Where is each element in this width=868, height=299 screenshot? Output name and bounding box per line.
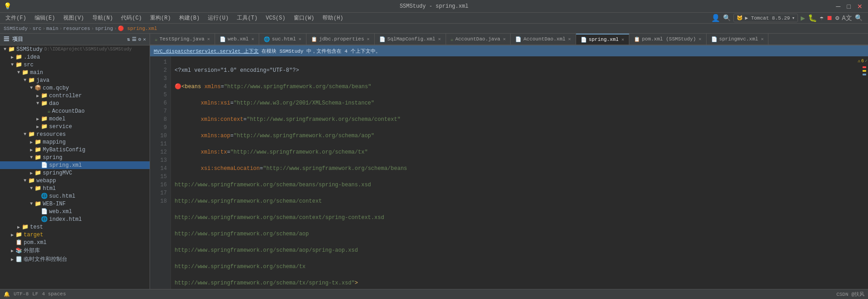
debug-button[interactable]: 🐛 [808, 14, 817, 23]
line-numbers: 12345 678910 1112131415 161718 [150, 56, 171, 289]
expand-arrow: ▶ [28, 140, 35, 145]
tab-close-accountdaoxml[interactable]: ✕ [568, 36, 571, 42]
sidebar-settings-icon[interactable]: ⚙ [138, 36, 141, 42]
sidebar-item-idea[interactable]: ▶ 📁 .idea [0, 53, 150, 61]
tab-label: SqlMapConfig.xml [387, 36, 436, 42]
tab-close-springxml[interactable]: ✕ [622, 37, 624, 42]
sidebar-options-icon[interactable]: ☰ [132, 36, 136, 42]
tab-webxml[interactable]: 📄 web.xml ✕ [215, 34, 259, 45]
tab-accountdaojava[interactable]: ☕ AccountDao.java ✕ [446, 34, 511, 45]
sidebar-item-webxml[interactable]: 📄 web.xml [0, 208, 150, 215]
breadcrumb-main[interactable]: main [46, 26, 58, 31]
menu-window[interactable]: 窗口(W) [290, 13, 318, 23]
sidebar-item-test[interactable]: ▶ 📁 test [0, 223, 150, 231]
sidebar-item-comqcby[interactable]: ▼ 📦 com.qcby [0, 84, 150, 92]
expand-arrow: ▶ [28, 170, 35, 176]
tab-close-webxml[interactable]: ✕ [251, 36, 254, 42]
folder-icon: 📁 [35, 200, 41, 207]
search-icon[interactable]: 🔍 [855, 14, 863, 22]
run-with-coverage-button[interactable]: ☂ [820, 14, 823, 22]
search-everywhere-icon[interactable]: 🔍 [723, 14, 731, 22]
tab-testspring[interactable]: ☕ TestSpring.java ✕ [150, 34, 215, 45]
settings-button[interactable]: ⚙ [835, 14, 839, 22]
tab-close-accountdaojava[interactable]: ✕ [503, 36, 506, 42]
tree-label: webapp [36, 178, 56, 184]
run-button[interactable]: ▶ [801, 14, 805, 23]
menu-refactor[interactable]: 重构(R) [146, 13, 175, 23]
code-content[interactable]: <?xml version="1.0" encoding="UTF-8"?> 🔴… [171, 56, 861, 289]
menu-run[interactable]: 运行(U) [204, 13, 232, 23]
minimize-button[interactable]: ─ [834, 3, 843, 10]
sidebar-item-webapp[interactable]: ▼ 📁 webapp [0, 177, 150, 184]
menu-tools[interactable]: 工具(T) [233, 13, 261, 23]
sidebar-item-java[interactable]: ▼ 📁 java [0, 76, 150, 84]
menu-navigate[interactable]: 导航(N) [89, 13, 117, 23]
tab-close-testspring[interactable]: ✕ [207, 36, 210, 42]
tab-suchtml[interactable]: 🌐 suc.html ✕ [259, 34, 306, 45]
tab-close-pomxml[interactable]: ✕ [699, 36, 702, 42]
close-button[interactable]: ✕ [855, 3, 864, 10]
tab-springmvcxml[interactable]: 📄 springmvc.xml ✕ [707, 34, 769, 45]
sidebar-item-mapping[interactable]: ▶ 📁 mapping [0, 138, 150, 146]
sidebar-item-spring-xml[interactable]: 📄 spring.xml [0, 161, 150, 169]
sidebar-item-scratches[interactable]: ▶ 🗒️ 临时文件和控制台 [0, 255, 150, 264]
expand-arrow: ▼ [9, 62, 15, 67]
sidebar-item-spring[interactable]: ▼ 📁 spring [0, 154, 150, 161]
sidebar: ☰ 项目 ⇅ ☰ ⚙ ✕ ▼ 📁 SSMStudy D:\IDEAproject… [0, 34, 150, 289]
sidebar-sort-icon[interactable]: ⇅ [127, 36, 130, 42]
sidebar-item-main[interactable]: ▼ 📁 main [0, 69, 150, 76]
sidebar-item-suchtml[interactable]: 🌐 suc.html [0, 192, 150, 200]
sidebar-item-indexhtml[interactable]: 🌐 index.html [0, 215, 150, 223]
run-config-dropdown[interactable]: 🐱 ▶ Tomcat 8.5.29 ▾ [733, 14, 798, 22]
sidebar-item-service[interactable]: ▶ 📁 service [0, 123, 150, 130]
menu-file[interactable]: 文件(F) [2, 13, 30, 23]
sidebar-item-project[interactable]: ▼ 📁 SSMStudy D:\IDEAproject\SSMStudy\SSM… [0, 45, 150, 53]
tab-sqlmapconfig[interactable]: 📄 SqlMapConfig.xml ✕ [375, 34, 446, 45]
xml-file-icon: 📄 [220, 36, 226, 42]
sidebar-item-springmvc[interactable]: ▶ 📁 springMVC [0, 169, 150, 177]
sidebar-item-webinf[interactable]: ▼ 📁 WEB-INF [0, 200, 150, 208]
project-path: D:\IDEAproject\SSMStudy\SSMStudy [45, 47, 132, 52]
sidebar-item-dao[interactable]: ▼ 📁 dao [0, 100, 150, 107]
sidebar-item-src[interactable]: ▼ 📁 src [0, 61, 150, 69]
menu-help[interactable]: 帮助(H) [319, 13, 347, 23]
menu-build[interactable]: 构建(B) [176, 13, 204, 23]
right-gutter: ⚠ 6 ✓ 1 [861, 56, 868, 289]
sidebar-item-accountdao[interactable]: ☕ AccountDao [0, 107, 150, 115]
bottom-icon-1[interactable]: 🔔 [4, 291, 10, 297]
tree-label: index.html [49, 216, 82, 223]
dispatcher-link[interactable]: MVC_dispatcherServlet.servlet 上下文 [154, 48, 259, 55]
tab-jdbcproperties[interactable]: 📋 jdbc.properties ✕ [306, 34, 375, 45]
sidebar-item-resources[interactable]: ▼ 📁 resources [0, 130, 150, 138]
sidebar-item-mybatisconfig[interactable]: ▶ 📁 MyBatisConfig [0, 146, 150, 154]
breadcrumb-resources[interactable]: resources [63, 26, 90, 31]
sidebar-close-icon[interactable]: ✕ [143, 36, 146, 42]
tab-close-sqlmapconfig[interactable]: ✕ [438, 36, 441, 42]
code-line-3: xmlns:xsi="http://www.w3.org/2001/XMLSch… [175, 99, 857, 107]
sidebar-item-controller[interactable]: ▶ 📁 controller [0, 92, 150, 100]
sidebar-item-html[interactable]: ▼ 📁 html [0, 184, 150, 192]
breadcrumb-project[interactable]: SSMStudy [4, 26, 28, 31]
stop-button[interactable]: ⏹ [826, 15, 833, 22]
sidebar-item-extlib[interactable]: ▶ 📚 外部库 [0, 246, 150, 255]
maximize-button[interactable]: □ [845, 3, 853, 10]
tab-close-suchtml[interactable]: ✕ [299, 36, 301, 42]
sidebar-item-target[interactable]: ▶ 📁 target [0, 231, 150, 239]
tree-label: controller [49, 93, 82, 99]
tab-accountdaoxml[interactable]: 📄 AccountDao.xml ✕ [511, 34, 576, 45]
tab-pomxml[interactable]: 📋 pom.xml (SSMStudy) ✕ [629, 34, 707, 45]
sidebar-item-pomxml[interactable]: 📋 pom.xml [0, 239, 150, 246]
tab-close-jdbcproperties[interactable]: ✕ [367, 36, 370, 42]
tab-close-springmvcxml[interactable]: ✕ [761, 36, 763, 42]
sidebar-item-model[interactable]: ▶ 📁 model [0, 115, 150, 123]
code-editor[interactable]: 12345 678910 1112131415 161718 <?xml ver… [150, 56, 861, 289]
breadcrumb-src[interactable]: src [32, 26, 41, 31]
expand-arrow: ▶ [9, 232, 15, 238]
menu-view[interactable]: 视图(V) [60, 13, 88, 23]
tab-springxml[interactable]: 📄 spring.xml ✕ [576, 34, 629, 45]
menu-vcs[interactable]: VCS(S) [262, 14, 289, 22]
menu-edit[interactable]: 编辑(E) [31, 13, 59, 23]
code-token: http://www.springframework.org/schema/co… [175, 214, 384, 222]
menu-code[interactable]: 代码(C) [117, 13, 146, 23]
breadcrumb-spring[interactable]: spring [95, 26, 113, 31]
